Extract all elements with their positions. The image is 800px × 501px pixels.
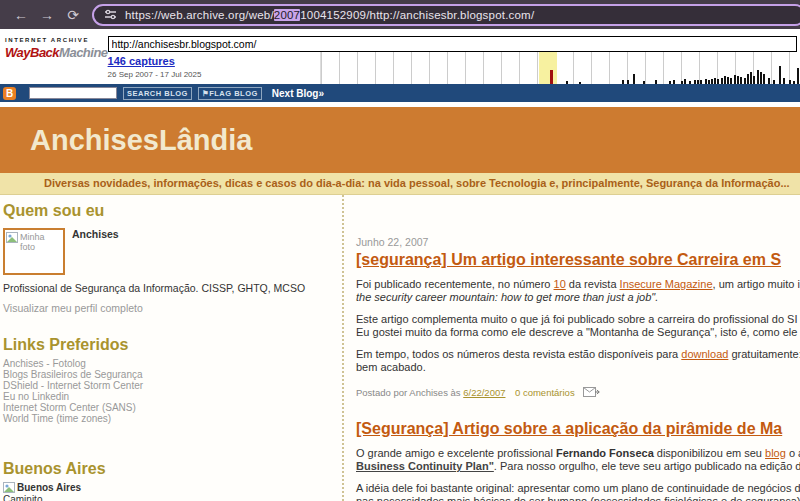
- broken-image-icon: [6, 232, 18, 243]
- buenos-aires-caption[interactable]: Caminito: [3, 494, 334, 501]
- post-byline: Postado por Anchises às 6/22/2007 0 come…: [356, 387, 575, 398]
- text-segment: the security career mountain: how to get…: [356, 291, 658, 303]
- reload-icon[interactable]: ⟳: [60, 7, 86, 23]
- timeline-bar: [714, 78, 716, 84]
- timeline-bar: [622, 80, 624, 84]
- post-body-line: Eu gostei muito da forma como ele descre…: [356, 326, 800, 339]
- text-link[interactable]: blog: [765, 447, 786, 459]
- sidebar-link-blogs-brasileiros[interactable]: Blogs Brasileiros de Segurança: [3, 369, 334, 380]
- timeline-bar: [566, 81, 568, 84]
- timeline-bar: [705, 79, 707, 84]
- timeline-bar: [643, 81, 645, 84]
- text-segment: bem acabado.: [356, 361, 426, 373]
- timeline-bar: [793, 81, 795, 84]
- search-blog-button[interactable]: SEARCH BLOG: [123, 87, 192, 100]
- browser-toolbar: ← → ⟳ https://web.archive.org/web/200710…: [0, 0, 800, 29]
- page-content: Quem sou eu Minha foto Anchises Profissi…: [0, 195, 800, 501]
- post1-footer: Postado por Anchises às 6/22/2007 0 come…: [356, 387, 800, 398]
- timeline-bar: [783, 78, 785, 84]
- post2-title-link[interactable]: [Segurança] Artigo sobre a aplicação da …: [356, 420, 800, 438]
- blogger-logo-icon[interactable]: B: [3, 87, 16, 100]
- captures-link[interactable]: 146 captures: [108, 55, 320, 67]
- timeline-bar: [734, 75, 736, 84]
- url-highlighted-year[interactable]: 2007: [274, 9, 300, 21]
- site-settings-icon[interactable]: [104, 8, 117, 21]
- timeline-bar: [655, 80, 657, 84]
- sidebar-link-dshield[interactable]: DShield - Internet Storm Center: [3, 380, 334, 391]
- sidebar-link-fotolog[interactable]: Anchises - Fotolog: [3, 358, 334, 369]
- timeline-bar: [789, 80, 791, 84]
- url-text[interactable]: https://web.archive.org/web/200710041529…: [125, 9, 534, 21]
- sidebar: Quem sou eu Minha foto Anchises Profissi…: [0, 195, 344, 501]
- timeline-bar: [633, 74, 635, 84]
- text-link[interactable]: 10: [554, 278, 566, 290]
- timeline-bar: [760, 72, 762, 84]
- text-link[interactable]: 6/22/2007: [463, 387, 505, 398]
- post-date: Junho 22, 2007: [356, 236, 800, 248]
- text-segment: da revista: [566, 278, 620, 290]
- text-segment: Postado por Anchises às: [356, 387, 463, 398]
- timeline-bar: [757, 70, 759, 84]
- text-link[interactable]: Business Continuity Plan": [356, 460, 494, 472]
- email-post-icon[interactable]: [583, 387, 600, 398]
- back-icon[interactable]: ←: [8, 7, 34, 23]
- timeline-bar: [779, 66, 781, 84]
- profile-name: Anchises: [72, 228, 119, 275]
- wayback-url-input[interactable]: [108, 36, 797, 52]
- timeline-highlight: [539, 52, 557, 84]
- post1-title-link[interactable]: [segurança] Um artigo interessante sobre…: [356, 251, 800, 269]
- timeline-bar: [711, 79, 713, 84]
- profile-bio: Profissional de Segurança da Informação.…: [3, 282, 334, 294]
- posts-column: Junho 22, 2007 [segurança] Um artigo int…: [356, 195, 800, 501]
- wayback-logo[interactable]: INTERNET ARCHIVE WayBackMachine: [0, 29, 108, 84]
- blog-title[interactable]: AnchisesLândia: [30, 124, 800, 157]
- timeline-bar: [747, 74, 749, 84]
- sidebar-link-linkedin[interactable]: Eu no Linkedin: [3, 391, 334, 402]
- timeline-bar: [763, 74, 765, 84]
- blog-search-input[interactable]: [29, 87, 117, 99]
- wayback-machine-wordmark: WayBackMachine: [5, 45, 108, 60]
- buenos-aires-photo-alt[interactable]: Buenos Aires: [17, 482, 81, 493]
- timeline-bar: [681, 81, 683, 84]
- post-body-line: bem acabado.: [356, 361, 800, 374]
- text-link[interactable]: 0 comentários: [515, 387, 575, 398]
- timeline-bar: [721, 78, 723, 84]
- blog-tagline: Diversas novidades, informações, dicas e…: [0, 173, 800, 195]
- address-bar[interactable]: https://web.archive.org/web/200710041529…: [92, 4, 800, 26]
- text-segment: Foi publicado recentemente, no número: [356, 278, 554, 290]
- links-heading: Links Preferidos: [3, 336, 334, 354]
- text-segment: O grande amigo e excelente profissional: [356, 447, 556, 459]
- timeline-bar: [684, 79, 686, 84]
- profile-photo[interactable]: Minha foto: [3, 228, 65, 275]
- text-segment: nas necessidades mais básicas do ser hum…: [356, 495, 800, 501]
- text-segment: [505, 387, 515, 398]
- links-list: Anchises - Fotolog Blogs Brasileiros de …: [3, 358, 334, 424]
- post-body-line: O grande amigo e excelente profissional …: [356, 447, 800, 460]
- next-blog-link[interactable]: Next Blog»: [272, 88, 324, 99]
- text-segment: A idéia dele foi bastante original: apre…: [356, 482, 800, 494]
- timeline-bar: [689, 81, 691, 84]
- text-segment: gratuitamente: um material: [728, 348, 800, 360]
- capture-date-range: 26 Sep 2007 - 17 Jul 2025: [108, 70, 320, 79]
- view-profile-link[interactable]: Visualizar meu perfil completo: [3, 302, 334, 314]
- timeline-bar: [708, 80, 710, 84]
- text-segment: , um artigo muito interessante: [713, 278, 800, 290]
- timeline-bar: [773, 80, 775, 84]
- wayback-timeline[interactable]: [320, 52, 800, 84]
- flag-blog-button[interactable]: ⚑FLAG BLOG: [198, 87, 262, 100]
- wayback-toolbar: INTERNET ARCHIVE WayBackMachine 146 capt…: [0, 29, 800, 84]
- timeline-bar: [724, 76, 726, 84]
- sidebar-link-isc-sans[interactable]: Internet Storm Center (SANS): [3, 402, 334, 413]
- text-segment: o artigo que esc: [786, 447, 800, 459]
- sidebar-link-world-time[interactable]: World Time (time zones): [3, 413, 334, 424]
- forward-icon[interactable]: →: [34, 7, 60, 23]
- text-segment: . Para nosso orgulho, ele teve seu artig…: [494, 460, 800, 472]
- timeline-bar: [579, 82, 581, 84]
- post-body-line: the security career mountain: how to get…: [356, 291, 800, 304]
- text-link[interactable]: Insecure Magazine: [620, 278, 713, 290]
- timeline-bar: [717, 79, 719, 84]
- text-link[interactable]: download: [681, 348, 728, 360]
- text-segment: Eu gostei muito da forma como ele descre…: [356, 326, 800, 338]
- timeline-bar: [694, 80, 696, 84]
- timeline-bar: [727, 77, 729, 84]
